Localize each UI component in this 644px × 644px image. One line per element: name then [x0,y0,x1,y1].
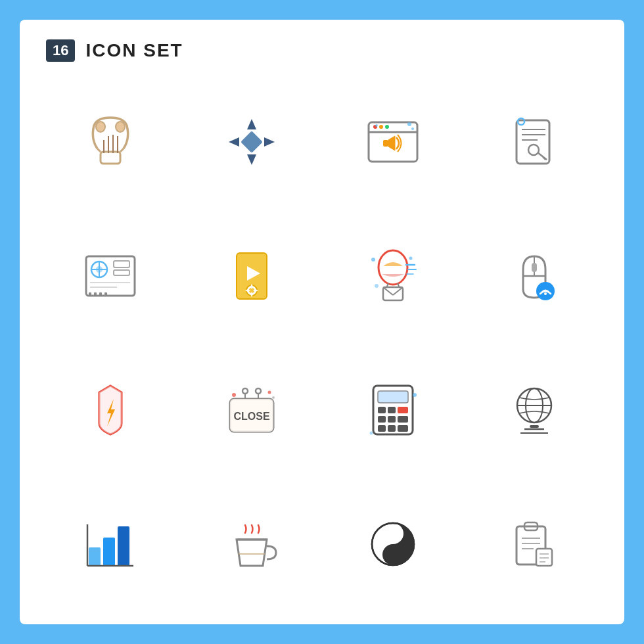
svg-marker-11 [229,137,239,147]
svg-marker-10 [247,154,256,165]
svg-point-28 [528,145,539,155]
svg-point-80 [232,393,236,397]
global-settings-icon [505,380,564,440]
svg-point-82 [272,396,275,399]
svg-rect-103 [103,538,115,566]
svg-point-74 [256,388,261,394]
svg-marker-9 [247,119,256,129]
svg-point-95 [369,432,373,435]
svg-rect-13 [241,131,263,153]
recipe-icon [505,112,564,172]
svg-point-17 [379,125,383,129]
clipboard-icon-cell [470,484,598,605]
svg-rect-85 [378,407,386,413]
wireless-mouse-icon [505,246,564,306]
svg-rect-102 [89,547,101,566]
svg-point-65 [409,257,412,260]
calculator-icon [363,380,423,440]
web-marketing-icon-cell [329,81,457,202]
hot-air-balloon-icon-cell [329,216,457,336]
svg-rect-84 [378,391,408,403]
svg-point-18 [385,125,389,129]
video-settings-icon [222,246,281,306]
svg-rect-46 [104,292,107,296]
web-marketing-icon [363,112,423,172]
svg-point-7 [96,122,105,132]
svg-rect-89 [388,416,396,423]
svg-rect-69 [532,263,537,272]
motherboard-icon [81,246,140,306]
svg-point-71 [544,292,547,295]
svg-point-55 [379,250,407,285]
close-sign-icon: CLOSE [222,380,281,440]
energy-tag-icon-cell [46,350,174,471]
hot-drink-icon-cell [187,484,315,605]
svg-point-111 [389,551,397,559]
header: 16 ICON SET [46,39,598,62]
wireless-mouse-icon-cell [470,216,598,336]
svg-point-66 [375,284,379,288]
svg-rect-93 [398,425,408,432]
svg-line-29 [538,152,547,160]
hot-air-balloon-icon [363,246,423,306]
svg-line-59 [383,287,393,295]
svg-rect-92 [388,425,396,432]
svg-rect-90 [398,416,408,423]
svg-line-1 [97,149,101,152]
hot-drink-icon [222,515,281,574]
svg-rect-118 [536,549,552,566]
svg-point-110 [389,530,397,538]
set-number: 16 [46,39,75,62]
svg-marker-12 [264,137,275,147]
svg-point-23 [411,127,414,130]
yin-yang-icon-cell [329,484,457,605]
calculator-icon-cell [329,350,457,471]
svg-rect-45 [99,292,102,296]
clipboard-icon [505,515,564,574]
svg-point-64 [371,258,375,262]
svg-point-73 [242,388,248,394]
svg-line-2 [120,149,124,152]
svg-rect-87 [398,407,408,413]
svg-point-22 [407,122,411,126]
move-icon [222,112,281,172]
recipe-icon-cell [470,81,598,202]
move-icon-cell [187,81,315,202]
svg-point-21 [375,124,378,127]
svg-rect-40 [114,270,129,275]
video-settings-icon-cell [187,216,315,336]
energy-tag-icon [81,380,140,440]
svg-rect-0 [101,152,120,164]
svg-text:CLOSE: CLOSE [233,411,269,422]
svg-rect-43 [89,292,91,296]
svg-rect-20 [383,140,388,147]
motherboard-icon-cell [46,216,174,336]
svg-rect-44 [94,292,97,296]
svg-point-94 [413,393,417,397]
svg-point-81 [267,391,271,394]
global-settings-icon-cell [470,350,598,471]
bar-chart-icon [81,515,140,574]
main-card: 16 ICON SET [20,20,624,624]
svg-point-8 [116,122,125,132]
lyre-icon [81,112,140,172]
yin-yang-icon [363,515,423,574]
svg-line-60 [393,287,403,295]
set-title: ICON SET [85,40,183,61]
icon-grid: CLOSE [46,81,598,605]
svg-rect-39 [114,261,129,267]
svg-rect-99 [530,425,539,428]
svg-marker-19 [388,136,395,150]
svg-rect-88 [378,416,386,423]
lyre-icon-cell [46,81,174,202]
bar-chart-icon-cell [46,484,174,605]
close-sign-icon-cell: CLOSE [187,350,315,471]
svg-rect-91 [378,425,386,432]
svg-rect-86 [388,407,396,413]
svg-rect-104 [118,526,129,566]
